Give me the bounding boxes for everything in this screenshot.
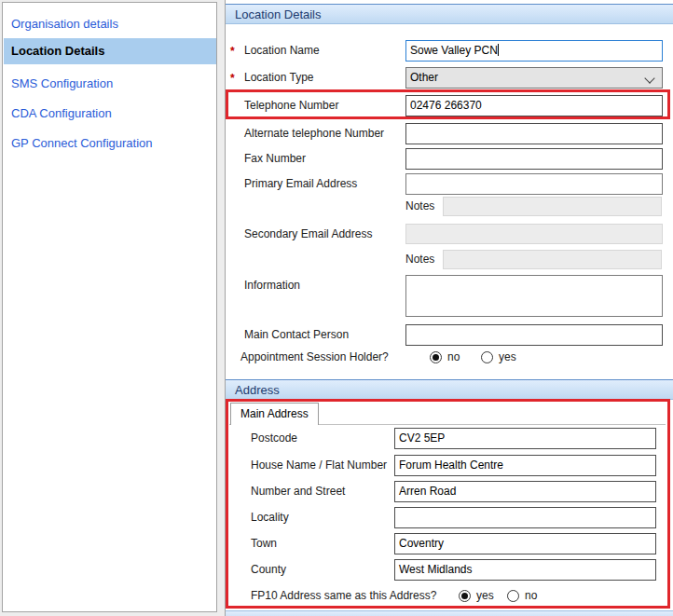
secondary-email-label: Secondary Email Address — [244, 224, 372, 245]
locality-input[interactable] — [394, 507, 656, 528]
tab-main-address[interactable]: Main Address — [230, 403, 319, 425]
appointment-radio-yes-label: yes — [499, 350, 516, 363]
appointment-radio-yes[interactable]: yes — [481, 350, 516, 363]
required-marker: * — [230, 40, 235, 62]
sidebar-item-organisation-details[interactable]: Organisation details — [4, 12, 216, 36]
next-section-header-partial — [226, 610, 673, 616]
location-details-screen: Organisation details Location Details SM… — [0, 0, 673, 616]
information-textarea[interactable] — [405, 275, 663, 317]
location-details-section-header: Location Details — [226, 4, 673, 24]
town-input[interactable]: Coventry — [394, 533, 656, 554]
information-label: Information — [244, 275, 300, 296]
location-name-label: Location Name — [244, 40, 320, 62]
location-type-value: Other — [410, 71, 438, 84]
fax-number-input[interactable] — [405, 148, 663, 170]
radio-selected-icon — [459, 590, 471, 602]
primary-email-notes-input — [443, 197, 662, 216]
sidebar-item-location-details[interactable]: Location Details — [4, 38, 216, 64]
alternate-telephone-label: Alternate telephone Number — [244, 123, 384, 144]
secondary-email-input — [405, 224, 663, 244]
number-and-street-input[interactable]: Arren Road — [394, 481, 656, 502]
panel-divider — [225, 0, 226, 616]
locality-label: Locality — [251, 507, 289, 528]
location-name-input[interactable]: Sowe Valley PCN — [405, 40, 663, 62]
telephone-number-input[interactable]: 02476 266370 — [405, 95, 663, 116]
main-contact-person-input[interactable] — [405, 324, 663, 346]
sidebar-item-sms-configuration[interactable]: SMS Configuration — [4, 72, 216, 96]
primary-email-input[interactable] — [405, 173, 663, 195]
alternate-telephone-input[interactable] — [405, 123, 663, 144]
required-marker: * — [230, 67, 235, 89]
fp10-radio-yes-label: yes — [476, 589, 494, 602]
town-label: Town — [251, 533, 277, 554]
county-label: County — [251, 559, 286, 581]
appointment-radio-no-label: no — [447, 350, 460, 363]
house-name-input[interactable]: Forum Health Centre — [394, 455, 656, 476]
address-section-header: Address — [226, 379, 673, 400]
radio-unselected-icon — [481, 351, 493, 363]
location-type-dropdown[interactable]: Other — [405, 67, 663, 89]
settings-sidebar: Organisation details Location Details SM… — [2, 2, 217, 612]
main-contact-person-label: Main Contact Person — [244, 324, 349, 346]
fp10-same-address-label: FP10 Address same as this Address? — [251, 587, 436, 604]
sidebar-item-gp-connect-configuration[interactable]: GP Connect Configuration — [4, 131, 216, 156]
location-type-label: Location Type — [244, 67, 314, 89]
location-name-value: Sowe Valley PCN — [410, 44, 498, 57]
sidebar-item-cda-configuration[interactable]: CDA Configuration — [4, 102, 216, 126]
postcode-input[interactable]: CV2 5EP — [394, 428, 656, 449]
text-cursor — [498, 44, 499, 56]
primary-email-notes-label: Notes — [405, 197, 434, 216]
fp10-radio-yes[interactable]: yes — [459, 589, 494, 602]
radio-selected-icon — [430, 351, 442, 363]
number-and-street-label: Number and Street — [251, 481, 345, 502]
primary-email-label: Primary Email Address — [244, 173, 357, 195]
county-input[interactable]: West Midlands — [394, 559, 656, 581]
appointment-radio-no[interactable]: no — [430, 350, 460, 363]
secondary-email-notes-input — [443, 250, 662, 269]
postcode-label: Postcode — [251, 428, 297, 449]
telephone-number-label: Telephone Number — [244, 95, 338, 116]
fp10-radio-no[interactable]: no — [507, 589, 537, 602]
appointment-session-holder-label: Appointment Session Holder? — [240, 349, 389, 365]
chevron-down-icon — [644, 73, 654, 83]
house-name-label: House Name / Flat Number — [251, 455, 387, 476]
fax-number-label: Fax Number — [244, 148, 306, 170]
radio-unselected-icon — [507, 590, 519, 602]
secondary-email-notes-label: Notes — [405, 250, 434, 269]
fp10-radio-no-label: no — [525, 589, 537, 602]
